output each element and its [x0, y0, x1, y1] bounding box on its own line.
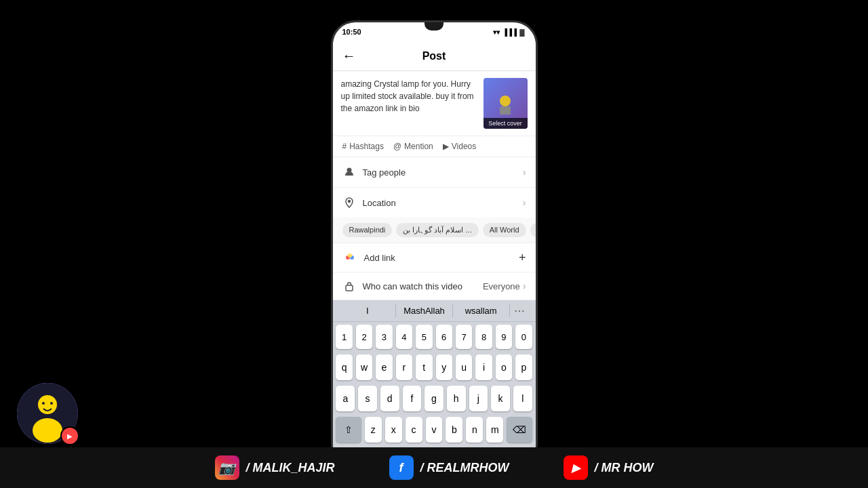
video-icon: ▶: [443, 142, 449, 151]
key-a[interactable]: a: [336, 386, 355, 411]
key-f[interactable]: f: [403, 386, 422, 411]
svg-point-11: [348, 253, 352, 258]
key-j[interactable]: j: [469, 386, 488, 411]
key-4[interactable]: 4: [396, 325, 412, 349]
loc-tag-allworld[interactable]: All World: [483, 223, 526, 237]
key-y[interactable]: y: [436, 354, 452, 380]
key-0[interactable]: 0: [515, 325, 532, 349]
key-6[interactable]: 6: [436, 325, 452, 349]
key-v[interactable]: v: [426, 417, 443, 443]
play-button[interactable]: ▶: [60, 426, 79, 445]
key-o[interactable]: o: [496, 354, 512, 380]
keyboard-area: I MashAllah wsallam ⋯ 1 2 3 4 5 6 7 8 9 …: [333, 300, 536, 466]
asdf-row: a s d f g h j k l: [333, 383, 536, 414]
status-right: ▾▾ ▐▐▐ ▓: [493, 28, 525, 36]
facebook-brand: f / REALMRHOW: [389, 455, 509, 480]
key-d[interactable]: d: [380, 386, 399, 411]
key-8[interactable]: 8: [475, 325, 492, 349]
instagram-brand: 📷 / MALIK_HAJIR: [215, 455, 335, 480]
tag-people-arrow: ›: [523, 167, 526, 178]
app-content: ← Post amazing Crystal lamp for you. Hur…: [333, 41, 536, 466]
hashtags-button[interactable]: # Hashtags: [342, 142, 384, 151]
autocomplete-more-icon[interactable]: ⋯: [510, 304, 529, 317]
person-icon: [342, 165, 356, 179]
youtube-handle: / MR HOW: [595, 461, 654, 475]
key-l[interactable]: l: [513, 386, 532, 411]
key-i[interactable]: i: [475, 354, 492, 380]
key-b[interactable]: b: [446, 417, 462, 443]
key-2[interactable]: 2: [356, 325, 372, 349]
add-link-label: Add link: [364, 253, 519, 263]
lock-icon: [342, 279, 356, 293]
key-e[interactable]: e: [376, 354, 392, 380]
key-w[interactable]: w: [356, 354, 372, 380]
key-h[interactable]: h: [447, 386, 466, 411]
avatar-corner: ▶: [17, 383, 78, 444]
key-9[interactable]: 9: [496, 325, 512, 349]
key-n[interactable]: n: [466, 417, 483, 443]
watch-arrow-icon: ›: [523, 281, 526, 291]
autocomplete-mashallah[interactable]: MashAllah: [396, 304, 453, 317]
mention-button[interactable]: @ Mention: [393, 142, 433, 151]
select-cover-button[interactable]: Select cover: [484, 118, 528, 129]
key-z[interactable]: z: [365, 417, 382, 443]
youtube-icon: ▶: [564, 455, 588, 480]
svg-rect-12: [346, 285, 353, 291]
wifi-icon: ▾▾: [493, 28, 500, 36]
autocomplete-wsallam[interactable]: wsallam: [453, 304, 510, 317]
who-can-watch-row[interactable]: Who can watch this video Everyone ›: [333, 272, 536, 300]
youtube-brand: ▶ / MR HOW: [564, 455, 654, 480]
autocomplete-bar: I MashAllah wsallam ⋯: [333, 300, 536, 322]
location-row[interactable]: Location ›: [333, 188, 536, 218]
status-bar: 10:50 ▾▾ ▐▐▐ ▓: [333, 22, 536, 41]
key-k[interactable]: k: [491, 386, 510, 411]
svg-rect-6: [500, 106, 511, 115]
key-x[interactable]: x: [385, 417, 402, 443]
page-title: Post: [422, 50, 446, 62]
watch-value: Everyone: [483, 281, 520, 291]
key-q[interactable]: q: [336, 354, 352, 380]
loc-tag-rawalpindi[interactable]: Rawalpindi: [342, 223, 393, 237]
bottom-branding-bar: 📷 / MALIK_HAJIR f / REALMRHOW ▶ / MR HOW: [0, 447, 868, 488]
svg-point-3: [42, 402, 45, 405]
tag-people-row[interactable]: Tag people ›: [333, 157, 536, 188]
key-t[interactable]: t: [416, 354, 432, 380]
key-p[interactable]: p: [515, 354, 532, 380]
key-5[interactable]: 5: [416, 325, 432, 349]
key-c[interactable]: c: [406, 417, 422, 443]
videos-label: Videos: [452, 142, 476, 151]
add-link-icon: [342, 250, 357, 265]
location-icon: [342, 196, 356, 209]
facebook-handle: / REALMRHOW: [420, 461, 509, 475]
key-u[interactable]: u: [456, 354, 472, 380]
key-7[interactable]: 7: [456, 325, 472, 349]
add-link-row[interactable]: Add link +: [333, 243, 536, 272]
instagram-icon: 📷: [215, 455, 239, 480]
post-text[interactable]: amazing Crystal lamp for you. Hurry up l…: [341, 78, 477, 129]
mention-label: Mention: [404, 142, 433, 151]
who-can-watch-label: Who can watch this video: [363, 281, 483, 291]
key-g[interactable]: g: [425, 386, 443, 411]
key-3[interactable]: 3: [376, 325, 392, 349]
key-r[interactable]: r: [396, 354, 412, 380]
signal-icon: ▐▐▐: [502, 28, 517, 36]
loc-tag-pindiboyz[interactable]: #pindiboyz: [530, 223, 536, 237]
tag-people-label: Tag people: [363, 167, 523, 178]
backspace-key[interactable]: ⌫: [507, 417, 532, 443]
battery-icon: ▓: [519, 28, 524, 36]
hashtag-bar: # Hashtags @ Mention ▶ Videos: [333, 136, 536, 157]
key-s[interactable]: s: [358, 386, 377, 411]
svg-point-4: [50, 402, 53, 405]
phone-frame: 10:50 ▾▾ ▐▐▐ ▓ ← Post amazing Crystal la…: [331, 20, 538, 468]
shift-key[interactable]: ⇧: [336, 417, 361, 443]
key-1[interactable]: 1: [336, 325, 352, 349]
loc-tag-islamabad[interactable]: اسلام آباد گوہارا بن ...: [396, 223, 478, 237]
top-nav: ← Post: [333, 41, 536, 71]
qwerty-row: q w e r t y u i o p: [333, 352, 536, 383]
post-thumbnail[interactable]: Select cover: [484, 78, 528, 129]
zxcv-row: ⇧ z x c v b n m ⌫: [333, 414, 536, 445]
key-m[interactable]: m: [486, 417, 503, 443]
back-button[interactable]: ←: [342, 48, 356, 64]
autocomplete-I[interactable]: I: [340, 304, 397, 317]
videos-button[interactable]: ▶ Videos: [443, 142, 476, 151]
